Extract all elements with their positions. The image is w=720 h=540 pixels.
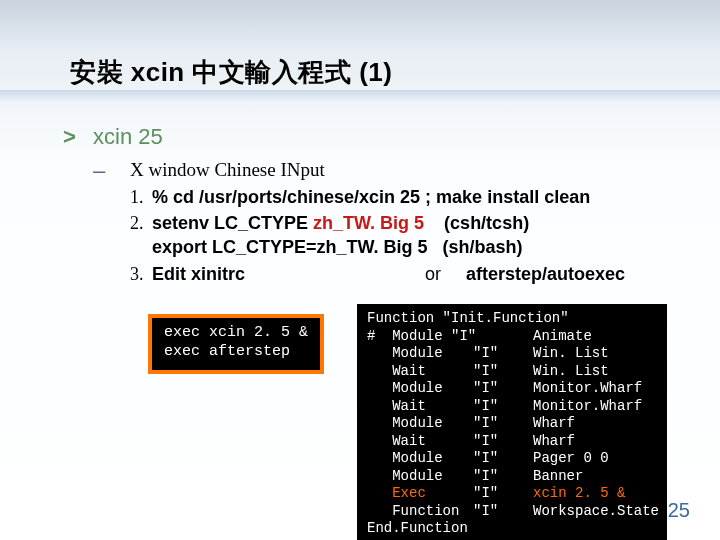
sub-bullet-marker: –	[93, 158, 105, 184]
code-line: End.Function	[367, 520, 659, 538]
list-number: 1.	[130, 185, 152, 209]
bullet-marker: >	[63, 124, 76, 150]
code-box-afterstep: Function "Init.Function"# Module "I"Anim…	[357, 304, 667, 540]
code-line: exec afterstep	[164, 343, 308, 362]
list-text: Edit xinitrcor afterstep/autoexec	[152, 262, 625, 286]
list-text: setenv LC_CTYPE zh_TW. Big 5 (csh/tcsh)e…	[152, 211, 529, 260]
slide-title: 安裝 xcin 中文輸入程式 (1)	[70, 55, 392, 90]
code-line: Function "Init.Function"	[367, 310, 659, 328]
code-line: Module"I"Wharf	[367, 415, 659, 433]
list-item: 3.Edit xinitrcor afterstep/autoexec	[130, 262, 625, 286]
code-line: Exec"I"xcin 2. 5 &	[367, 485, 659, 503]
list-item: 1.% cd /usr/ports/chinese/xcin 25 ; make…	[130, 185, 625, 209]
content-block: X window Chinese INput 1.% cd /usr/ports…	[130, 157, 625, 286]
list-item: 2.setenv LC_CTYPE zh_TW. Big 5 (csh/tcsh…	[130, 211, 625, 260]
header-band	[0, 90, 720, 104]
code-line: Wait"I"Win. List	[367, 363, 659, 381]
topic-label: xcin 25	[93, 124, 163, 150]
code-line: exec xcin 2. 5 &	[164, 324, 308, 343]
code-line: Wait"I"Monitor.Wharf	[367, 398, 659, 416]
subtitle: X window Chinese INput	[130, 157, 625, 183]
code-line: Wait"I"Wharf	[367, 433, 659, 451]
code-line: Module"I"Pager 0 0	[367, 450, 659, 468]
page-number: 25	[668, 499, 690, 522]
code-box-xinitrc: exec xcin 2. 5 &exec afterstep	[148, 314, 324, 374]
code-line: Function"I"Workspace.State	[367, 503, 659, 521]
code-line: Module"I"Win. List	[367, 345, 659, 363]
list-text: % cd /usr/ports/chinese/xcin 25 ; make i…	[152, 185, 590, 209]
list-number: 3.	[130, 262, 152, 286]
numbered-list: 1.% cd /usr/ports/chinese/xcin 25 ; make…	[130, 185, 625, 286]
code-line: # Module "I"Animate	[367, 328, 659, 346]
list-number: 2.	[130, 211, 152, 260]
code-line: Module"I"Monitor.Wharf	[367, 380, 659, 398]
code-line: Module"I"Banner	[367, 468, 659, 486]
